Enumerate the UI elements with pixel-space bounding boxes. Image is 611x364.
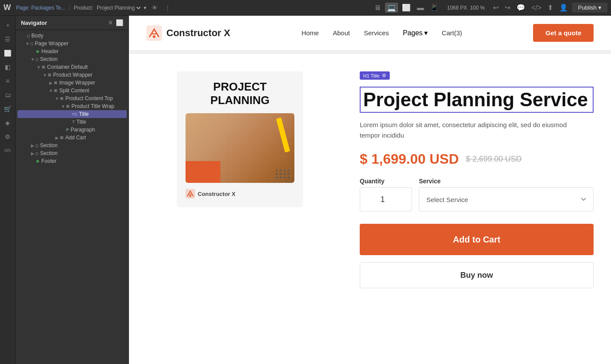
tree-item-body[interactable]: □ Body bbox=[17, 32, 127, 40]
app-logo: W bbox=[3, 3, 11, 12]
h1-title-label: Title bbox=[79, 111, 89, 117]
product-card: PROJECT PLANNING bbox=[177, 71, 303, 207]
preview-icon[interactable]: 👁 bbox=[150, 3, 159, 12]
product-card-img-inner bbox=[186, 113, 294, 183]
product-wrapper-icon: ⊞ bbox=[48, 73, 51, 77]
h1-title-icon: H1 bbox=[72, 112, 78, 116]
split-content-label: Split Content bbox=[59, 88, 89, 94]
tablet-sm-icon[interactable]: ▬ bbox=[415, 3, 426, 13]
tree-item-image-wrapper[interactable]: ▶ ⊞ Image Wrapper bbox=[17, 79, 127, 87]
tree-item-section-2[interactable]: ▶ □ Section bbox=[17, 142, 127, 149]
product-title-wrap-label: Product Title Wrap bbox=[71, 103, 114, 109]
product-price-original: $ 2,699.00 USD bbox=[466, 155, 522, 164]
svg-rect-1 bbox=[153, 35, 155, 37]
undo-icon[interactable]: ↩ bbox=[491, 3, 501, 13]
get-quote-button[interactable]: Get a quote bbox=[533, 24, 594, 42]
add-to-cart-button[interactable]: Add to Cart bbox=[360, 224, 594, 255]
product-content-top-icon: ⊞ bbox=[60, 96, 64, 101]
navigator-header: Navigator ✕ ⬜ bbox=[16, 16, 128, 30]
toggle-page-wrapper: ▼ bbox=[24, 41, 30, 46]
site-logo-icon bbox=[146, 25, 162, 41]
sidebar-assets-icon[interactable]: ◧ bbox=[2, 61, 14, 73]
page-wrapper-icon: □ bbox=[30, 41, 33, 46]
user-icon[interactable]: 👤 bbox=[557, 3, 570, 13]
code-icon[interactable]: </> bbox=[529, 3, 543, 13]
img-dots bbox=[276, 169, 290, 179]
desktop-icon[interactable]: 🖥 bbox=[372, 3, 383, 13]
product-card-logo-icon bbox=[186, 189, 195, 199]
toggle-container: ▼ bbox=[36, 65, 42, 70]
sidebar-ecom-icon[interactable]: 🛒 bbox=[2, 103, 14, 115]
sidebar-icons: ＋ ☰ ⬜ ◧ ≡ 🗂 🛒 ◈ ⚙ ⧉fs bbox=[0, 16, 16, 364]
nav-home[interactable]: Home bbox=[301, 29, 319, 37]
header-icon: ❖ bbox=[36, 49, 40, 54]
tree-item-footer[interactable]: ❖ Footer bbox=[17, 157, 127, 165]
title-label: Title bbox=[77, 119, 86, 125]
site-logo-text: Constructor X bbox=[166, 27, 230, 39]
tree-item-container[interactable]: ▼ ⊞ Container Default bbox=[17, 63, 127, 71]
nav-about[interactable]: About bbox=[333, 29, 350, 37]
panel-icon[interactable]: ⬜ bbox=[116, 19, 123, 26]
resolution-display: 1068 PX 100 % bbox=[447, 5, 485, 11]
tree-item-product-title-wrap[interactable]: ▼ ⊞ Product Title Wrap bbox=[17, 102, 127, 110]
section-1-icon: □ bbox=[36, 57, 38, 62]
product-card-image bbox=[186, 113, 294, 183]
tree-item-page-wrapper[interactable]: ▼ □ Page Wrapper bbox=[17, 40, 127, 47]
product-description: Lorem ipsum dolor sit amet, consectetur … bbox=[360, 120, 586, 141]
sidebar-pages-icon[interactable]: ⬜ bbox=[2, 47, 14, 59]
sidebar-nav-icon[interactable]: ☰ bbox=[2, 33, 14, 45]
buy-now-button[interactable]: Buy now bbox=[360, 262, 594, 288]
redo-icon[interactable]: ↪ bbox=[503, 3, 513, 13]
toggle-section-2: ▶ bbox=[30, 143, 36, 148]
tree-item-paragraph[interactable]: P Paragraph bbox=[17, 126, 127, 134]
toggle-image-wrapper: ▶ bbox=[48, 81, 54, 85]
toggle-add-cart: ▶ bbox=[54, 135, 60, 140]
tree-item-add-cart[interactable]: ▶ ⊞ Add Cart bbox=[17, 134, 127, 142]
tree-item-title[interactable]: T Title bbox=[17, 118, 127, 126]
product-title-wrap-icon: ⊞ bbox=[66, 104, 70, 108]
quantity-input[interactable] bbox=[360, 187, 412, 212]
close-icon[interactable]: ✕ bbox=[108, 19, 113, 26]
main-layout: ＋ ☰ ⬜ ◧ ≡ 🗂 🛒 ◈ ⚙ ⧉fs Navigator ✕ ⬜ □ Bo… bbox=[0, 16, 611, 364]
sidebar-style-icon[interactable]: ◈ bbox=[2, 117, 14, 129]
more-icon[interactable]: ⋮ bbox=[163, 3, 172, 12]
product-selector[interactable]: Project Planning bbox=[95, 4, 142, 11]
nav-cart[interactable]: Cart(3) bbox=[442, 29, 462, 37]
tree-item-section-1[interactable]: ▼ □ Section bbox=[17, 55, 127, 63]
sidebar-ffs-icon[interactable]: ⧉fs bbox=[2, 145, 14, 157]
add-cart-icon: ⊞ bbox=[60, 135, 64, 140]
product-content-top-label: Product Content Top bbox=[65, 95, 113, 101]
tree-item-section-3[interactable]: ▶ □ Section bbox=[17, 149, 127, 157]
navigator-tree: □ Body ▼ □ Page Wrapper ❖ Header ▼ □ Sec… bbox=[16, 30, 128, 364]
tree-item-h1-title[interactable]: H1 Title bbox=[17, 110, 127, 118]
title-icon: T bbox=[72, 120, 75, 124]
sidebar-settings-icon[interactable]: ⚙ bbox=[2, 131, 14, 143]
container-label: Container Default bbox=[47, 64, 88, 70]
product-details: H1 Title ⚙ Project Planning Service Lore… bbox=[360, 71, 594, 341]
tree-item-product-content-top[interactable]: ▼ ⊞ Product Content Top bbox=[17, 94, 127, 102]
section-1-label: Section bbox=[40, 56, 57, 62]
toggle-product-wrapper: ▼ bbox=[42, 73, 48, 78]
nav-pages[interactable]: Pages ▾ bbox=[403, 29, 428, 37]
sidebar-add-icon[interactable]: ＋ bbox=[2, 19, 14, 31]
tree-item-header[interactable]: ❖ Header bbox=[17, 47, 127, 55]
publish-button[interactable]: Publish ▾ bbox=[572, 3, 608, 13]
navigator-title: Navigator bbox=[21, 20, 47, 26]
canvas-frame: Constructor X Home About Services Pages … bbox=[129, 16, 611, 364]
service-select[interactable]: Select Service bbox=[419, 187, 594, 212]
nav-services[interactable]: Services bbox=[364, 29, 389, 37]
comment-icon[interactable]: 💬 bbox=[514, 3, 527, 13]
page-wrapper-label: Page Wrapper bbox=[35, 40, 68, 47]
laptop-icon[interactable]: 💻 bbox=[385, 3, 398, 13]
sidebar-cms-icon[interactable]: 🗂 bbox=[2, 89, 14, 101]
tree-item-product-wrapper[interactable]: ▼ ⊞ Product Wrapper bbox=[17, 71, 127, 79]
share-icon[interactable]: ⬆ bbox=[545, 3, 555, 13]
section-3-icon: □ bbox=[36, 151, 38, 156]
sidebar-layers-icon[interactable]: ≡ bbox=[2, 75, 14, 87]
container-icon: ⊞ bbox=[42, 65, 45, 69]
tree-item-split-content[interactable]: ▼ ⊞ Split Content bbox=[17, 87, 127, 94]
paragraph-label: Paragraph bbox=[71, 127, 95, 133]
mobile-icon[interactable]: 📱 bbox=[428, 3, 441, 13]
tablet-icon[interactable]: ⬜ bbox=[400, 3, 413, 13]
orange-corner bbox=[186, 161, 220, 183]
